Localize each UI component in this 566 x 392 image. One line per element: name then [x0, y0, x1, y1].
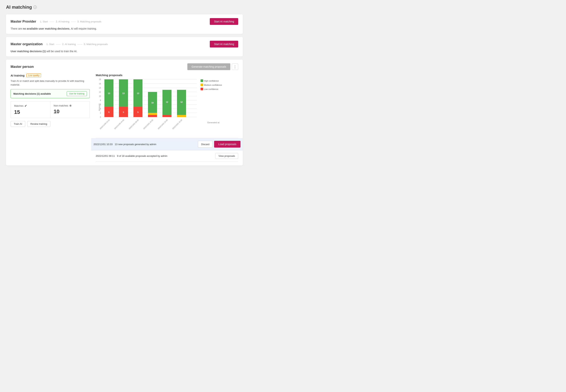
check-icon: ✔	[25, 104, 27, 108]
view-proposals-button[interactable]: View proposals	[215, 153, 238, 159]
review-training-button[interactable]: Review training	[27, 121, 50, 127]
svg-rect-32	[148, 115, 157, 117]
matches-label: Matches ✔	[14, 104, 47, 108]
use-for-training-button[interactable]: Use for training	[67, 91, 87, 96]
load-proposals-button[interactable]: Load proposals	[214, 141, 241, 148]
master-provider-steps: 1. Start —— 2. AI training —— 3. Matchin…	[40, 20, 101, 23]
three-dot-menu-button[interactable]: ⋮	[232, 64, 238, 70]
low-quality-badge: Low quality	[26, 73, 41, 77]
generate-matching-proposals-button[interactable]: Generate matching proposals	[187, 63, 230, 70]
svg-text:5: 5	[108, 111, 110, 113]
svg-text:2022/12/01 10:29: 2022/12/01 10:29	[157, 119, 168, 130]
right-column: Matching proposals Amount	[96, 73, 238, 162]
master-person-header: Master person Generate matching proposal…	[11, 63, 238, 70]
proposal-row-2: 2022/12/01 09:11 9 of 18 available propo…	[96, 150, 238, 162]
matches-box: Matches ✔ 15	[11, 101, 50, 118]
svg-text:12: 12	[166, 101, 168, 103]
non-matches-box: Non-matches ⊗ 10	[50, 101, 90, 118]
step2: 2. AI training	[56, 20, 69, 23]
svg-text:8: 8	[100, 99, 101, 101]
master-organization-title: Master organization	[11, 42, 42, 46]
svg-text:2: 2	[100, 112, 101, 114]
ai-training-desc: Train AI or match and split data manuall…	[11, 79, 90, 86]
info-icon[interactable]: i	[33, 5, 37, 9]
page-title: AI matching	[6, 4, 32, 10]
x-circle-icon: ⊗	[69, 104, 72, 107]
non-matches-value: 10	[54, 109, 86, 115]
svg-text:0: 0	[100, 116, 101, 118]
ai-training-label-row: AI training Low quality	[11, 73, 90, 77]
svg-text:13: 13	[108, 92, 110, 94]
svg-rect-39	[177, 115, 186, 117]
non-matches-label: Non-matches ⊗	[54, 104, 86, 107]
org-step1: 1. Start	[46, 43, 54, 46]
svg-rect-33	[148, 113, 157, 115]
org-step2: 2. AI training	[62, 43, 76, 46]
svg-text:2022/11/29 13:14: 2022/11/29 13:14	[99, 119, 110, 130]
master-person-card: Master person Generate matching proposal…	[6, 59, 243, 166]
discard-button[interactable]: Discard	[198, 141, 212, 148]
master-provider-title: Master Provider	[11, 20, 36, 24]
svg-text:2022/11/30 14:43: 2022/11/30 14:43	[114, 119, 125, 130]
svg-text:13: 13	[122, 92, 125, 94]
ai-training-label-text: AI training	[11, 74, 25, 77]
svg-rect-50	[200, 84, 203, 86]
stats-row: Matches ✔ 15 Non-matches ⊗ 10	[11, 101, 90, 118]
svg-text:10: 10	[99, 95, 101, 97]
svg-text:16: 16	[99, 83, 101, 85]
proposal-1-text: 2022/12/01 10:33 13 new proposals genera…	[94, 143, 156, 146]
generate-btn-row: Generate matching proposals ⋮	[187, 63, 238, 70]
bottom-buttons: Train AI Review training	[11, 121, 90, 127]
chart-title: Matching proposals	[96, 73, 238, 77]
svg-rect-48	[200, 79, 203, 82]
svg-text:5: 5	[123, 111, 124, 113]
svg-text:13: 13	[137, 92, 139, 94]
chart-container: Amount	[96, 79, 238, 135]
matches-value: 15	[14, 109, 47, 115]
svg-text:Low confidence: Low confidence	[204, 88, 218, 90]
matching-decisions-text: Matching decisions (1) available	[13, 92, 51, 95]
step1: 1. Start	[40, 20, 48, 23]
two-col-layout: AI training Low quality Train AI or matc…	[11, 73, 238, 162]
svg-text:14: 14	[99, 87, 101, 89]
svg-rect-52	[200, 88, 203, 90]
start-ai-matching-provider-button[interactable]: Start AI matching	[210, 18, 238, 25]
proposal-2-text: 2022/12/01 09:11 9 of 18 available propo…	[96, 154, 167, 157]
svg-text:2022/12/01 09:29: 2022/12/01 09:29	[128, 119, 139, 130]
svg-text:2022/12/01 10:25: 2022/12/01 10:25	[143, 119, 154, 130]
svg-text:18: 18	[99, 78, 101, 81]
proposal-1-buttons: Discard Load proposals	[198, 141, 241, 148]
matching-decisions-box: Matching decisions (1) available Use for…	[11, 89, 90, 98]
train-ai-button[interactable]: Train AI	[11, 121, 25, 127]
proposals-list: 2022/12/01 10:33 13 new proposals genera…	[96, 138, 238, 162]
left-column: AI training Low quality Train AI or matc…	[11, 73, 90, 162]
svg-text:12: 12	[180, 101, 183, 103]
svg-text:2022/12/01 10:33: 2022/12/01 10:33	[172, 119, 183, 130]
svg-text:Medium confidence: Medium confidence	[204, 84, 222, 86]
step3: 3. Matching proposals	[77, 20, 101, 23]
bar-chart-svg: 0 2 4 6 8 10 12 14 16 18 5	[102, 79, 219, 125]
start-ai-matching-org-button[interactable]: Start AI matching	[210, 41, 238, 47]
master-organization-steps: 1. Start —— 2. AI training —— 3. Matchin…	[46, 43, 108, 46]
master-provider-card: Master Provider 1. Start —— 2. AI traini…	[6, 14, 243, 34]
master-organization-card: Master organization 1. Start —— 2. AI tr…	[6, 37, 243, 56]
svg-text:10: 10	[151, 102, 154, 104]
proposal-2-buttons: View proposals	[215, 153, 238, 159]
svg-text:High confidence: High confidence	[204, 80, 219, 82]
y-axis-label: Amount	[98, 104, 100, 111]
svg-text:12: 12	[99, 91, 101, 93]
org-step3: 3. Matching proposals	[84, 43, 108, 46]
svg-text:5: 5	[137, 111, 139, 113]
master-org-info: User matching decisions (1) will be used…	[11, 50, 238, 53]
svg-rect-36	[162, 115, 171, 117]
proposal-row-1: 2022/12/01 10:33 13 new proposals genera…	[91, 138, 243, 150]
master-provider-info: There are no available user matching dec…	[11, 27, 238, 30]
master-person-title: Master person	[11, 65, 34, 69]
